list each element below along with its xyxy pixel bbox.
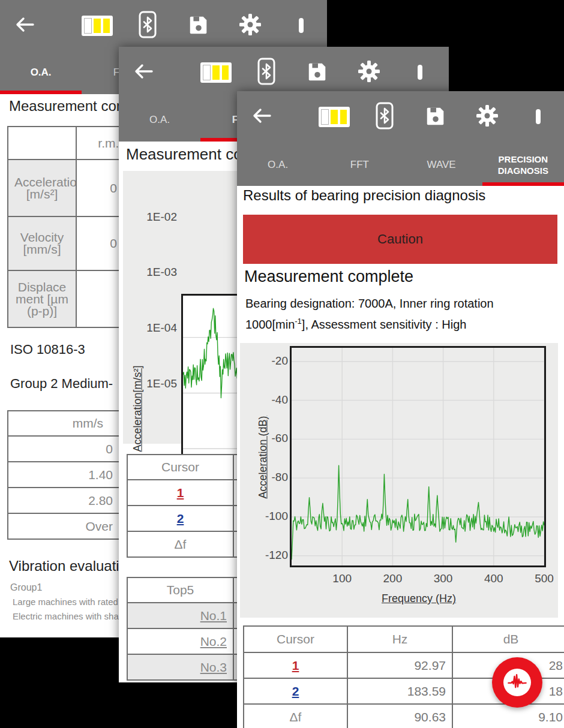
bearing-detail-line2: 1000[min-1], Assessment sensitivity : Hi… — [245, 317, 466, 332]
threshold-header: mm/s — [8, 411, 119, 436]
delta-f-label: Δf — [127, 531, 233, 557]
bearing-detail-line1: Bearing designation: 7000A, Inner ring r… — [245, 297, 494, 311]
active-tab-underline — [482, 182, 564, 186]
cursor-1-link[interactable]: 1 — [244, 652, 347, 678]
stop-square-icon[interactable] — [418, 67, 422, 78]
screen-canvas: O.A.FFTWAVEPRECISION DIAGNOSIS Measureme… — [0, 0, 564, 728]
col-header-hz: Hz — [347, 626, 452, 652]
toolbar — [0, 0, 327, 51]
row-label: Velocity [mm/s] — [8, 216, 76, 270]
group1-label: Group1 — [10, 582, 42, 593]
delta-f-db: 9.10 — [452, 704, 564, 728]
cursor-header: Cursor — [127, 455, 233, 480]
active-tab-underline — [0, 91, 82, 94]
col-header-db: dB — [452, 626, 564, 652]
tab-o-a-[interactable]: O.A. — [237, 144, 319, 186]
vibration-record-fab-button[interactable] — [492, 657, 542, 708]
threshold-value: 0 — [8, 436, 119, 462]
save-icon[interactable] — [306, 60, 329, 85]
iso-standard-label: ISO 10816-3 — [10, 342, 85, 357]
top5-no2-link[interactable]: No.2 — [127, 628, 233, 654]
battery-indicator-icon[interactable] — [82, 16, 113, 36]
back-arrow-icon[interactable] — [250, 105, 272, 129]
bluetooth-icon[interactable] — [376, 102, 394, 132]
threshold-value: Over — [8, 513, 119, 539]
battery-indicator-icon[interactable] — [319, 107, 350, 127]
results-title: Results of bearing precision diagnosis — [243, 187, 485, 204]
caution-status-banner: Caution — [243, 215, 557, 264]
settings-gear-icon[interactable] — [475, 104, 499, 130]
cursor-2-hz: 183.59 — [347, 678, 452, 704]
bluetooth-icon[interactable] — [139, 11, 157, 41]
vibration-evaluation-heading: Vibration evaluation — [9, 558, 135, 574]
window-precision-diagnosis: O.A.FFTWAVEPRECISION DIAGNOSIS Results o… — [237, 91, 564, 728]
bluetooth-icon[interactable] — [257, 58, 275, 88]
cursor-1-link[interactable]: 1 — [127, 480, 233, 506]
row-label: Displace ment [µm (p-p)] — [8, 270, 76, 327]
diagnosis-chart-panel: Acceleration (dB) -20-40-60-80-100-120 1… — [240, 343, 558, 618]
cursor-1-hz: 92.97 — [347, 652, 452, 678]
stop-square-icon[interactable] — [299, 20, 304, 31]
caution-label: Caution — [377, 231, 423, 247]
tab-fft[interactable]: FFT — [319, 144, 400, 186]
top5-header: Top5 — [127, 577, 233, 603]
top5-no3-link[interactable]: No.3 — [127, 654, 233, 680]
tab-precision-diagnosis[interactable]: PRECISION DIAGNOSIS — [482, 144, 564, 186]
back-arrow-icon[interactable] — [132, 61, 154, 85]
save-icon[interactable] — [424, 104, 447, 130]
toolbar — [237, 91, 564, 144]
cursor-2-link[interactable]: 2 — [127, 506, 233, 531]
threshold-value: 1.40 — [8, 462, 119, 488]
tab-o-a-[interactable]: O.A. — [119, 98, 200, 142]
tab-bar: O.A.FFTWAVEPRECISION DIAGNOSIS — [237, 144, 564, 186]
cursor-2-link[interactable]: 2 — [244, 678, 347, 704]
settings-gear-icon[interactable] — [357, 59, 381, 86]
db-y-axis-label: Acceleration (dB) — [257, 398, 269, 518]
save-icon[interactable] — [187, 13, 210, 38]
col-header-cursor: Cursor — [244, 626, 347, 652]
fft-y-axis-label: Acceleration[m/s²] — [131, 349, 144, 469]
frequency-x-axis-label: Frequency (Hz) — [347, 592, 491, 605]
waveform-icon — [503, 669, 531, 696]
threshold-value: 2.80 — [8, 488, 119, 513]
measurement-complete-heading: Measurement complete — [244, 267, 413, 286]
diagnosis-plot-area[interactable] — [290, 346, 546, 567]
tab-wave[interactable]: WAVE — [401, 144, 482, 186]
threshold-table: mm/s 0 1.40 2.80 Over — [7, 410, 120, 540]
delta-f-label: Δf — [244, 704, 347, 728]
delta-f-hz: 90.63 — [347, 704, 452, 728]
back-arrow-icon[interactable] — [13, 14, 35, 38]
row-label: Acceleration [m/s²] — [8, 160, 76, 216]
stop-square-icon[interactable] — [536, 112, 541, 122]
toolbar — [119, 47, 449, 98]
battery-indicator-icon[interactable] — [200, 62, 232, 83]
tab-o-a-[interactable]: O.A. — [0, 51, 82, 94]
top5-no1-link[interactable]: No.1 — [127, 603, 233, 628]
settings-gear-icon[interactable] — [238, 13, 262, 39]
machine-group-label: Group 2 Medium- — [10, 376, 113, 392]
